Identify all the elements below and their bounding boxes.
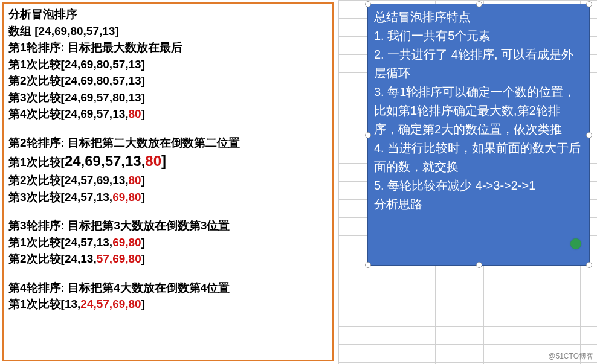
r2c1-big-red: 80 xyxy=(145,153,161,169)
left-analysis-box: 分析冒泡排序 数组 [24,69,80,57,13] 第1轮排序: 目标把最大数… xyxy=(2,2,334,361)
watermark: @51CTO博客 xyxy=(548,351,593,362)
resize-handle[interactable] xyxy=(586,132,592,138)
r3c2-suffix: ] xyxy=(141,252,145,265)
round2-cmp1: 第1次比较[24,69,57,13,80] xyxy=(8,151,328,172)
round1-cmp4: 第4次比较[24,69,57,13,80] xyxy=(8,106,328,123)
round1-cmp1: 第1次比较[24,69,80,57,13] xyxy=(8,56,328,73)
r2c2-suffix: ] xyxy=(141,174,145,187)
right-p1: 1. 我们一共有5个元素 xyxy=(374,27,583,45)
right-p2: 2. 一共进行了 4轮排序, 可以看成是外层循环 xyxy=(374,45,583,83)
r2c1-prefix: 第1次比较[ xyxy=(8,156,65,168)
r2c1-suffix: ] xyxy=(161,153,166,169)
resize-handle[interactable] xyxy=(586,262,592,268)
round1-cmp2: 第2次比较[24,69,80,57,13] xyxy=(8,72,328,89)
right-p5a: 5. 每轮比较在减少 4->3->2->1 xyxy=(374,176,583,195)
right-p3: 3. 每1轮排序可以确定一个数的位置，比如第1轮排序确定最大数,第2轮排序，确定… xyxy=(374,83,583,139)
r4c1-prefix: 第1次比较[13, xyxy=(8,298,80,310)
array-label: 数组 [24,69,80,57,13] xyxy=(8,23,328,40)
round4-cmp1: 第1次比较[13,24,57,69,80] xyxy=(8,296,328,313)
r3c1-red: 69,80 xyxy=(112,236,141,249)
right-p4: 4. 当进行比较时，如果前面的数大于后面的数，就交换 xyxy=(374,139,583,176)
r4c1-suffix: ] xyxy=(141,298,145,310)
round1-cmp3: 第3次比较[24,69,57,80,13] xyxy=(8,89,328,106)
cursor-icon xyxy=(570,238,581,249)
r3c2-prefix: 第2次比较[24,13, xyxy=(8,252,97,265)
right-title: 总结冒泡排序特点 xyxy=(374,8,583,27)
r3c2-red: 57,69,80 xyxy=(97,252,141,265)
r2c2-prefix: 第2次比较[24,57,69,13, xyxy=(8,174,129,187)
resize-handle[interactable] xyxy=(586,1,592,7)
resize-handle[interactable] xyxy=(476,262,482,268)
round2-cmp3: 第3次比较[24,57,13,69,80] xyxy=(8,189,328,206)
round3-cmp2: 第2次比较[24,13,57,69,80] xyxy=(8,251,328,267)
r4c1-red: 24,57,69,80 xyxy=(80,298,141,310)
r2c3-prefix: 第3次比较[24,57,13, xyxy=(8,191,112,203)
round2-header: 第2轮排序: 目标把第二大数放在倒数第二位置 xyxy=(8,135,328,152)
r2c3-red: 69,80 xyxy=(112,191,141,203)
right-summary-box[interactable]: 总结冒泡排序特点 1. 我们一共有5个元素 2. 一共进行了 4轮排序, 可以看… xyxy=(367,4,590,266)
round2-cmp2: 第2次比较[24,57,69,13,80] xyxy=(8,172,328,189)
round3-cmp1: 第1次比较[24,57,13,69,80] xyxy=(8,234,328,251)
round3-header: 第3轮排序: 目标把第3大数放在倒数第3位置 xyxy=(8,217,328,234)
r3c1-suffix: ] xyxy=(141,236,145,249)
r1c4-prefix: 第4次比较[24,69,57,13, xyxy=(8,107,129,120)
round4-header: 第4轮排序: 目标把第4大数放在倒数第4位置 xyxy=(8,279,328,296)
resize-handle[interactable] xyxy=(365,1,371,7)
resize-handle[interactable] xyxy=(365,262,371,268)
r2c2-red: 80 xyxy=(129,174,141,187)
r1c4-suffix: ] xyxy=(141,107,145,120)
resize-handle[interactable] xyxy=(476,1,482,7)
r2c1-big: 24,69,57,13, xyxy=(65,153,145,169)
right-p5b: 分析思路 xyxy=(374,195,583,214)
left-title: 分析冒泡排序 xyxy=(8,6,328,23)
r3c1-prefix: 第1次比较[24,57,13, xyxy=(8,236,112,249)
r2c3-suffix: ] xyxy=(141,191,145,203)
round1-header: 第1轮排序: 目标把最大数放在最后 xyxy=(8,39,328,56)
resize-handle[interactable] xyxy=(365,132,371,138)
r1c4-red: 80 xyxy=(129,107,141,120)
